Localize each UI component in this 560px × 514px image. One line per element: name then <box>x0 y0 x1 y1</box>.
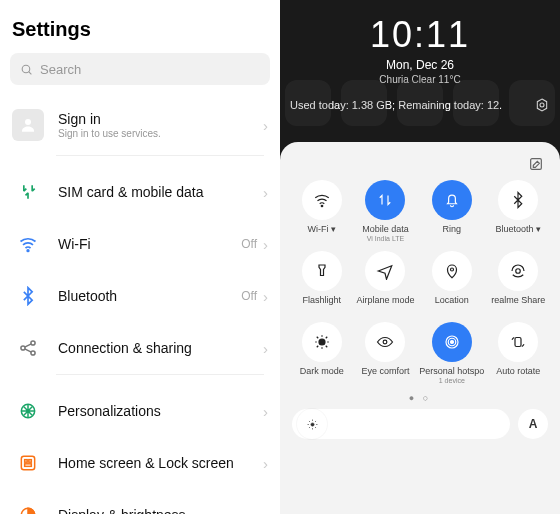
airplane-icon <box>376 262 394 280</box>
background-app-icons <box>280 68 560 138</box>
svg-rect-17 <box>531 159 542 170</box>
svg-line-26 <box>317 337 319 339</box>
search-icon <box>20 63 33 76</box>
chevron-right-icon: › <box>263 236 268 253</box>
tile-auto-rotate[interactable]: Auto rotate <box>488 320 548 387</box>
signin-row[interactable]: Sign in Sign in to use services. › <box>10 101 270 155</box>
avatar <box>12 109 44 141</box>
bluetooth-icon <box>12 280 44 312</box>
svg-line-41 <box>315 427 316 428</box>
tile-hotspot[interactable]: Personal hotspo 1 device <box>419 320 484 387</box>
chevron-right-icon: › <box>263 340 268 357</box>
tile-flashlight[interactable]: Flashlight <box>292 249 352 316</box>
row-home-lock[interactable]: Home screen & Lock screen › <box>10 437 270 489</box>
brightness-icon <box>12 499 44 514</box>
svg-rect-10 <box>21 456 34 469</box>
bluetooth-icon <box>509 191 527 209</box>
hotspot-icon <box>443 333 461 351</box>
auto-brightness-button[interactable]: A <box>518 409 548 439</box>
row-bluetooth[interactable]: Bluetooth Off › <box>10 270 270 322</box>
chevron-right-icon: › <box>263 455 268 472</box>
svg-rect-12 <box>29 460 32 463</box>
svg-point-0 <box>22 65 30 73</box>
quick-settings-pane: 10:11 Mon, Dec 26 Churia Clear 11°C Used… <box>280 0 560 514</box>
tile-bluetooth[interactable]: Bluetooth ▾ <box>488 178 548 245</box>
personalization-icon <box>12 395 44 427</box>
tile-location[interactable]: Location <box>419 249 484 316</box>
svg-point-21 <box>319 339 325 345</box>
mobile-data-icon <box>376 191 394 209</box>
tile-mobile-data[interactable]: Mobile data Vi India LTE <box>356 178 416 245</box>
svg-line-27 <box>326 346 328 348</box>
svg-line-8 <box>25 349 32 352</box>
svg-point-31 <box>450 341 453 344</box>
page-title: Settings <box>10 12 270 53</box>
divider <box>56 374 264 375</box>
svg-line-1 <box>29 71 32 74</box>
settings-pane: Settings Search Sign in Sign in to use s… <box>0 0 280 514</box>
tile-eye-comfort[interactable]: Eye comfort <box>356 320 416 387</box>
svg-line-29 <box>317 346 319 348</box>
flashlight-icon <box>313 262 331 280</box>
chevron-right-icon: › <box>263 403 268 420</box>
sim-icon <box>12 176 44 208</box>
search-input[interactable]: Search <box>10 53 270 85</box>
row-personalizations[interactable]: Personalizations › <box>10 385 270 437</box>
dark-mode-icon <box>313 333 331 351</box>
svg-point-18 <box>321 205 323 207</box>
bell-icon <box>443 191 461 209</box>
chevron-right-icon: › <box>263 117 268 134</box>
row-connection[interactable]: Connection & sharing › <box>10 322 270 374</box>
eye-icon <box>376 333 394 351</box>
brightness-row: A <box>292 407 548 439</box>
signin-title: Sign in <box>58 111 263 127</box>
search-placeholder: Search <box>40 62 81 77</box>
svg-point-35 <box>310 422 313 425</box>
svg-line-40 <box>308 420 309 421</box>
row-display[interactable]: Display & brightness › <box>10 489 270 514</box>
row-wifi[interactable]: Wi-Fi Off › <box>10 218 270 270</box>
tile-wifi[interactable]: Wi-Fi ▾ <box>292 178 352 245</box>
svg-line-42 <box>315 420 316 421</box>
svg-point-30 <box>384 340 388 344</box>
wifi-icon <box>313 191 331 209</box>
svg-point-19 <box>450 268 453 271</box>
chevron-right-icon: › <box>263 288 268 305</box>
svg-point-2 <box>25 119 31 125</box>
chevron-right-icon: › <box>263 184 268 201</box>
wifi-icon <box>12 228 44 260</box>
edit-icon[interactable] <box>528 156 544 172</box>
page-dots: ● ○ <box>292 387 548 407</box>
tile-ring[interactable]: Ring <box>419 178 484 245</box>
location-icon <box>443 262 461 280</box>
svg-line-43 <box>308 427 309 428</box>
svg-rect-11 <box>25 460 28 463</box>
clock: 10:11 <box>280 14 560 56</box>
share-icon <box>509 262 527 280</box>
tile-dark-mode[interactable]: Dark mode <box>292 320 352 387</box>
brightness-knob[interactable] <box>297 409 327 439</box>
svg-rect-13 <box>25 464 32 467</box>
svg-line-7 <box>25 344 32 347</box>
quick-panel: Wi-Fi ▾ Mobile data Vi India LTE Ring Bl… <box>280 142 560 514</box>
row-sim[interactable]: SIM card & mobile data › <box>10 166 270 218</box>
home-lock-icon <box>12 447 44 479</box>
svg-point-3 <box>27 250 29 252</box>
tile-grid: Wi-Fi ▾ Mobile data Vi India LTE Ring Bl… <box>292 178 548 387</box>
divider <box>56 155 264 156</box>
rotate-icon <box>509 333 527 351</box>
tile-realme-share[interactable]: realme Share <box>488 249 548 316</box>
signin-subtitle: Sign in to use services. <box>58 128 263 139</box>
tile-airplane[interactable]: Airplane mode <box>356 249 416 316</box>
share-icon <box>12 332 44 364</box>
svg-line-28 <box>326 337 328 339</box>
svg-rect-34 <box>515 338 521 347</box>
chevron-right-icon: › <box>263 507 268 515</box>
brightness-slider[interactable] <box>292 409 510 439</box>
sun-icon <box>306 418 319 431</box>
svg-point-20 <box>516 269 521 274</box>
